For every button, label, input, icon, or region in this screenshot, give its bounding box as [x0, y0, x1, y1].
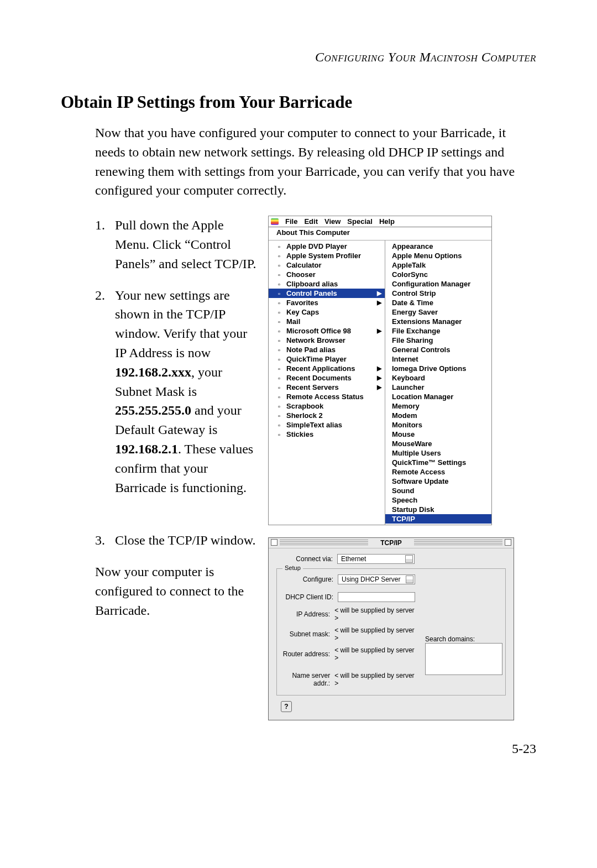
apple-menu-item[interactable]: ▫QuickTime Player [269, 354, 385, 364]
connect-via-select[interactable]: Ethernet [337, 554, 415, 564]
menubar-view[interactable]: View [324, 217, 341, 226]
control-panel-item[interactable]: Date & Time [385, 298, 491, 307]
control-panel-item[interactable]: Software Update [385, 477, 491, 486]
apple-menu-item[interactable]: ▫Microsoft Office 98▶ [269, 326, 385, 336]
search-domains-label: Search domains: [425, 635, 505, 643]
menu-item-icon: ▫ [275, 365, 283, 372]
apple-menu-item[interactable]: ▫Recent Servers▶ [269, 383, 385, 392]
control-panel-item[interactable]: Configuration Manager [385, 279, 491, 289]
control-panel-item[interactable]: File Sharing [385, 336, 491, 345]
apple-menu-item[interactable]: ▫Apple System Profiler [269, 251, 385, 260]
menu-item-label: Microsoft Office 98 [286, 327, 351, 335]
menubar-edit[interactable]: Edit [304, 217, 318, 226]
menu-item-label: Recent Documents [286, 374, 352, 382]
submenu-arrow-icon: ▶ [377, 365, 381, 372]
menu-item-icon: ▫ [275, 337, 283, 344]
search-domains-input[interactable] [425, 643, 502, 675]
control-panel-item[interactable]: TCP/IP [385, 514, 491, 524]
close-box-icon[interactable] [271, 539, 277, 546]
control-panel-item[interactable]: Modem [385, 411, 491, 420]
control-panel-item[interactable]: QuickTime™ Settings [385, 458, 491, 467]
control-panel-item[interactable]: Monitors [385, 420, 491, 430]
control-panel-item[interactable]: Iomega Drive Options [385, 364, 491, 373]
apple-menu-item[interactable]: ▫Mail [269, 317, 385, 326]
control-panel-item[interactable]: Energy Saver [385, 307, 491, 317]
control-panel-item[interactable]: Location Manager [385, 392, 491, 401]
control-panel-item[interactable]: Extensions Manager [385, 317, 491, 326]
control-panel-item[interactable]: Control Strip [385, 289, 491, 298]
submenu-arrow-icon: ▶ [377, 327, 381, 334]
apple-menu-item[interactable]: ▫Chooser [269, 270, 385, 279]
control-panel-item[interactable]: ColorSync [385, 270, 491, 279]
apple-menu-item[interactable]: ▫Control Panels▶ [269, 289, 385, 298]
connect-via-label: Connect via: [276, 555, 337, 563]
control-panel-item[interactable]: General Controls [385, 345, 491, 354]
apple-menu-item[interactable]: ▫Scrapbook [269, 401, 385, 411]
control-panel-item[interactable]: Keyboard [385, 373, 491, 383]
connect-via-value: Ethernet [341, 555, 366, 563]
submenu-arrow-icon: ▶ [377, 374, 381, 381]
menubar-help[interactable]: Help [379, 217, 395, 226]
name-server-label: Name server addr.: [277, 672, 334, 687]
control-panel-item[interactable]: AppleTalk [385, 260, 491, 270]
dropdown-icon[interactable] [405, 555, 413, 563]
configure-select[interactable]: Using DHCP Server [338, 574, 415, 584]
control-panel-item[interactable]: File Exchange [385, 326, 491, 336]
step-2-text: Your new settings are shown in the TCP/I… [115, 286, 258, 498]
menu-item-label: Apple System Profiler [286, 252, 361, 260]
menu-item-icon: ▫ [275, 346, 283, 353]
configure-label: Configure: [277, 576, 338, 583]
control-panel-item[interactable]: MouseWare [385, 439, 491, 448]
menu-item-icon: ▫ [275, 412, 283, 419]
apple-menu-item[interactable]: ▫Calculator [269, 260, 385, 270]
control-panel-item[interactable]: Internet [385, 354, 491, 364]
step-2-ip: 192.168.2.xxx [115, 365, 191, 379]
control-panel-item[interactable]: Startup Disk [385, 505, 491, 514]
apple-menu-item[interactable]: ▫Stickies [269, 430, 385, 439]
tcpip-title-text: TCP/IP [380, 539, 402, 547]
page-number: 5-23 [61, 741, 536, 756]
menu-item-icon: ▫ [275, 374, 283, 381]
dhcp-client-id-input[interactable] [338, 592, 415, 602]
menu-item-icon: ▫ [275, 431, 283, 438]
apple-menu-item[interactable]: ▫Sherlock 2 [269, 411, 385, 420]
apple-menu-item[interactable]: ▫Favorites▶ [269, 298, 385, 307]
step-1-text: Pull down the Apple Menu. Click “Control… [115, 216, 258, 273]
help-button[interactable]: ? [281, 701, 292, 712]
menu-item-icon: ▫ [275, 355, 283, 363]
about-this-computer-item[interactable]: About This Computer [269, 227, 491, 240]
menubar-special[interactable]: Special [347, 217, 373, 226]
step-2-number: 2. [95, 286, 115, 498]
apple-menu-item[interactable]: ▫SimpleText alias [269, 420, 385, 430]
control-panel-item[interactable]: Sound [385, 486, 491, 495]
apple-menu-item[interactable]: ▫Clipboard alias [269, 279, 385, 289]
control-panel-item[interactable]: Speech [385, 495, 491, 505]
control-panel-item[interactable]: Multiple Users [385, 448, 491, 458]
control-panel-item[interactable]: Memory [385, 401, 491, 411]
apple-menu-item[interactable]: ▫Remote Access Status [269, 392, 385, 401]
apple-menu-item[interactable]: ▫Note Pad alias [269, 345, 385, 354]
control-panel-item[interactable]: Appearance [385, 242, 491, 251]
apple-menu-item[interactable]: ▫Apple DVD Player [269, 242, 385, 251]
intro-paragraph: Now that you have configured your comput… [95, 123, 536, 200]
apple-menu-item[interactable]: ▫Recent Documents▶ [269, 373, 385, 383]
menubar-file[interactable]: File [285, 217, 297, 226]
apple-menu-item[interactable]: ▫Network Browser [269, 336, 385, 345]
step-2-mask: 255.255.255.0 [115, 403, 191, 417]
control-panel-item[interactable]: Mouse [385, 430, 491, 439]
router-address-value: < will be supplied by server > [334, 646, 415, 662]
tcpip-titlebar: TCP/IP [269, 538, 514, 548]
menu-item-label: Clipboard alias [286, 280, 338, 288]
router-address-label: Router address: [277, 650, 334, 658]
apple-menu-item[interactable]: ▫Key Caps [269, 307, 385, 317]
zoom-box-icon[interactable] [505, 539, 511, 546]
apple-logo-icon[interactable] [271, 218, 279, 225]
control-panel-item[interactable]: Remote Access [385, 467, 491, 477]
tcpip-window-screenshot: TCP/IP Connect via: Ethernet Setup [268, 537, 514, 720]
control-panel-item[interactable]: Apple Menu Options [385, 251, 491, 260]
apple-menu-item[interactable]: ▫Recent Applications▶ [269, 364, 385, 373]
menu-item-icon: ▫ [275, 271, 283, 278]
chapter-header: Configuring Your Macintosh Computer [61, 50, 536, 65]
dropdown-icon[interactable] [406, 576, 413, 583]
control-panel-item[interactable]: Launcher [385, 383, 491, 392]
